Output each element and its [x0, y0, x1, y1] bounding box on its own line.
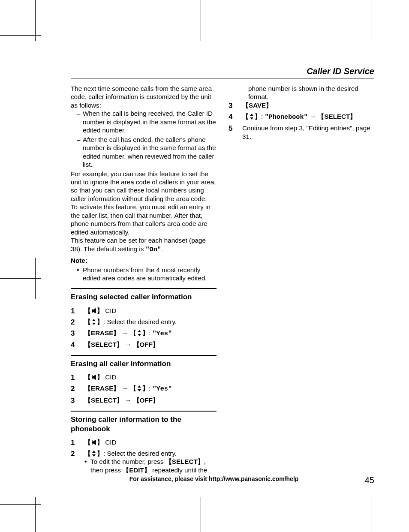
step-item: 【】 CID	[71, 438, 217, 447]
sub-bullet-list: To edit the number, press 【SELECT】, then…	[84, 457, 217, 474]
body-text: The next time someone calls from the sam…	[71, 84, 217, 109]
subsection-heading: Erasing selected caller information	[71, 292, 217, 302]
step-item: 【】: "Phonebook" → 【SELECT】	[229, 112, 374, 121]
step-item: 【】: Select the desired entry. To edit th…	[71, 449, 217, 474]
nav-updown-icon	[136, 330, 142, 336]
step-list: 【】 CID 【ERASE】 → 【】: "Yes" 【SELECT】 → 【O…	[71, 373, 217, 404]
right-column: phone number is shown in the desired for…	[229, 84, 374, 477]
step-list-continued: 【SAVE】 【】: "Phonebook" → 【SELECT】 Contin…	[229, 101, 374, 141]
step-item: 【SELECT】 → 【OFF】	[71, 340, 217, 349]
nav-left-icon	[91, 374, 97, 380]
step-item: 【ERASE】 → 【】: "Yes"	[71, 329, 217, 338]
crop-mark	[201, 0, 201, 41]
crop-mark	[35, 0, 36, 41]
left-column: The next time someone calls from the sam…	[71, 84, 217, 477]
step-item: 【】 CID	[71, 307, 217, 315]
page-header: Caller ID Service	[71, 66, 374, 78]
note-label: Note:	[71, 256, 217, 264]
body-text: For example, you can use this feature to…	[71, 170, 217, 203]
list-item: When the call is being received, the Cal…	[77, 109, 217, 134]
step-list: 【】 CID 【】: Select the desired entry. To …	[71, 438, 217, 474]
subsection-heading: Storing caller information to the phoneb…	[71, 415, 217, 434]
nav-updown-icon	[91, 319, 97, 325]
list-item: To edit the number, press 【SELECT】, then…	[84, 457, 217, 474]
step-item: Continue from step 3, "Editing entries",…	[229, 124, 374, 141]
step-list: 【】 CID 【】: Select the desired entry. 【ER…	[71, 307, 217, 349]
nav-left-icon	[91, 439, 97, 445]
two-column-layout: The next time someone calls from the sam…	[71, 84, 374, 477]
bullet-list: Phone numbers from the 4 most recently e…	[77, 266, 217, 283]
page-footer: For assistance, please visit http://www.…	[71, 473, 374, 485]
step-item: 【SAVE】	[229, 101, 374, 110]
page-number: 45	[357, 475, 374, 485]
crop-mark	[35, 497, 36, 532]
step-item: 【SELECT】 → 【OFF】	[71, 396, 217, 405]
list-item: Phone numbers from the 4 most recently e…	[77, 266, 217, 283]
nav-left-icon	[91, 308, 97, 314]
continuation-text: phone number is shown in the desired for…	[229, 84, 374, 101]
step-item: 【ERASE】 → 【】: "Yes"	[71, 384, 217, 393]
nav-updown-icon	[249, 114, 255, 120]
footer-assistance-text: For assistance, please visit http://www.…	[71, 475, 357, 485]
section-title: Caller ID Service	[71, 66, 374, 76]
section-divider	[71, 355, 217, 356]
crop-mark	[372, 497, 372, 532]
nav-updown-icon	[136, 385, 142, 391]
step-item: 【】 CID	[71, 373, 217, 382]
section-divider	[71, 411, 217, 412]
nav-updown-icon	[91, 451, 97, 457]
section-divider	[71, 288, 217, 289]
dash-list: When the call is being received, the Cal…	[77, 109, 217, 168]
crop-mark	[372, 0, 372, 41]
crop-mark	[201, 497, 201, 532]
body-text: This feature can be set for each handset…	[71, 236, 217, 254]
page-content: Caller ID Service The next time someone …	[71, 66, 374, 477]
step-item: 【】: Select the desired entry.	[71, 318, 217, 326]
list-item: After the call has ended, the caller's p…	[77, 135, 217, 169]
crop-mark	[35, 258, 36, 299]
body-text: To activate this feature, you must edit …	[71, 203, 217, 236]
subsection-heading: Erasing all caller information	[71, 359, 217, 369]
